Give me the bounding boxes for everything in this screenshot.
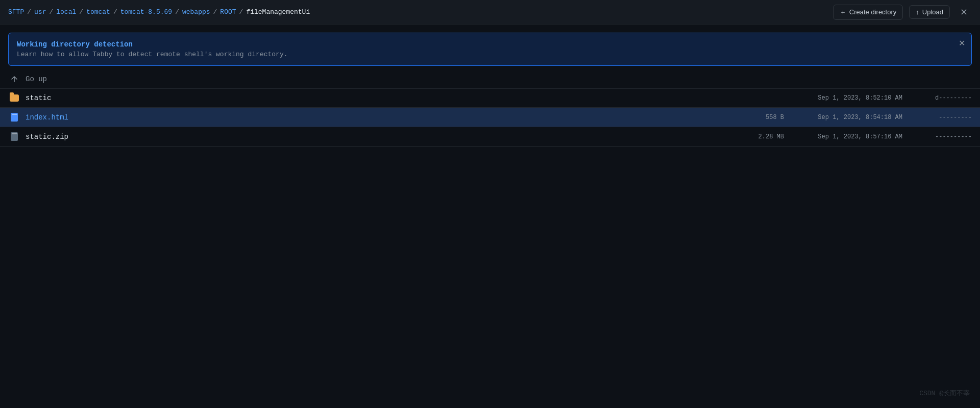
breadcrumb: SFTP / usr / local / tomcat / tomcat-8.5… [8, 8, 310, 16]
folder-icon [8, 94, 20, 102]
static-folder-row[interactable]: static Sep 1, 2023, 8:52:10 AM d--------… [0, 89, 980, 108]
static-folder-name: static [26, 94, 743, 102]
index-html-name: index.html [26, 113, 743, 122]
static-zip-size: 2.28 MB [743, 133, 784, 140]
banner-title: Working directory detection [17, 40, 963, 49]
plus-icon: ＋ [840, 8, 846, 17]
close-button[interactable]: ✕ [956, 6, 972, 19]
go-up-label: Go up [26, 75, 743, 83]
static-zip-name: static.zip [26, 133, 743, 141]
breadcrumb-webapps[interactable]: webapps [182, 8, 210, 16]
index-html-row[interactable]: index.html 558 B Sep 1, 2023, 8:54:18 AM… [0, 108, 980, 127]
zip-file-icon [8, 132, 20, 141]
static-zip-date: Sep 1, 2023, 8:57:16 AM [800, 133, 902, 140]
static-zip-perms: ---------- [911, 133, 972, 140]
breadcrumb-current: fileManagementUi [246, 8, 310, 16]
go-up-icon [8, 75, 20, 83]
watermark: CSDN @长而不宰 [919, 389, 970, 398]
breadcrumb-sftp[interactable]: SFTP [8, 8, 24, 16]
static-zip-row[interactable]: static.zip 2.28 MB Sep 1, 2023, 8:57:16 … [0, 127, 980, 147]
file-list: Go up static Sep 1, 2023, 8:52:10 AM d--… [0, 70, 980, 147]
breadcrumb-tomcat[interactable]: tomcat [86, 8, 110, 16]
upload-icon: ↑ [916, 8, 919, 16]
static-folder-date: Sep 1, 2023, 8:52:10 AM [800, 94, 902, 102]
html-file-icon [8, 113, 20, 122]
breadcrumb-usr[interactable]: usr [34, 8, 46, 16]
banner-close-button[interactable]: ✕ [959, 38, 965, 48]
top-bar: SFTP / usr / local / tomcat / tomcat-8.5… [0, 0, 980, 25]
breadcrumb-local[interactable]: local [56, 8, 76, 16]
go-up-row[interactable]: Go up [0, 70, 980, 89]
index-html-date: Sep 1, 2023, 8:54:18 AM [800, 114, 902, 121]
breadcrumb-tomcat-version[interactable]: tomcat-8.5.69 [120, 8, 172, 16]
index-html-size: 558 B [743, 114, 784, 121]
index-html-perms: --------- [911, 114, 972, 121]
info-banner: Working directory detection Learn how to… [8, 33, 972, 66]
breadcrumb-root[interactable]: ROOT [220, 8, 236, 16]
static-folder-perms: d--------- [911, 94, 972, 102]
upload-button[interactable]: ↑ Upload [909, 5, 950, 19]
top-bar-actions: ＋ Create directory ↑ Upload ✕ [833, 5, 972, 20]
banner-text: Learn how to allow Tabby to detect remot… [17, 51, 963, 58]
create-directory-button[interactable]: ＋ Create directory [833, 5, 903, 20]
